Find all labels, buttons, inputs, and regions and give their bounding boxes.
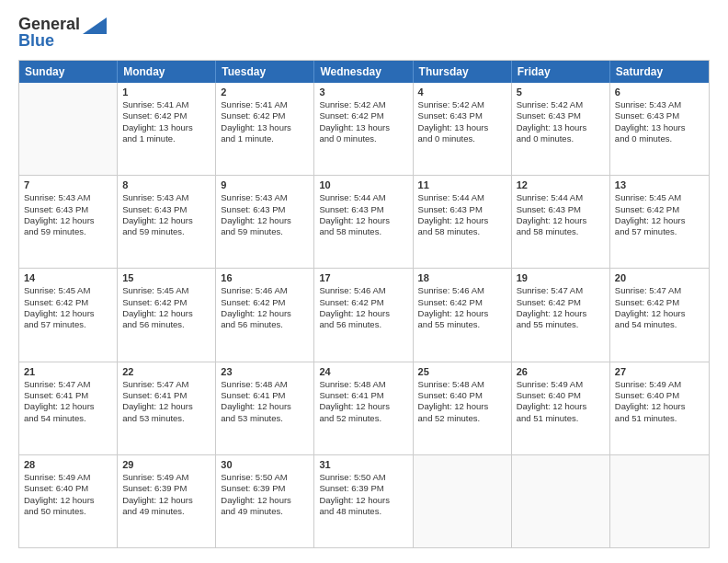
calendar-cell: 8Sunrise: 5:43 AMSunset: 6:43 PMDaylight…	[118, 176, 216, 268]
cell-info-line: and 53 minutes.	[122, 413, 210, 424]
calendar-cell: 10Sunrise: 5:44 AMSunset: 6:43 PMDayligh…	[314, 176, 413, 268]
cell-info-line: Sunset: 6:41 PM	[319, 390, 407, 401]
day-number: 9	[221, 179, 309, 190]
cell-info-line: and 1 minute.	[122, 133, 210, 144]
cell-info-line: Sunrise: 5:48 AM	[418, 379, 506, 390]
cell-info-line: Sunset: 6:43 PM	[418, 110, 506, 121]
cell-info-line: Sunrise: 5:41 AM	[122, 99, 210, 110]
day-number: 7	[24, 179, 112, 190]
calendar-row: 21Sunrise: 5:47 AMSunset: 6:41 PMDayligh…	[19, 362, 709, 455]
calendar-cell: 28Sunrise: 5:49 AMSunset: 6:40 PMDayligh…	[19, 455, 118, 547]
day-number: 17	[319, 272, 407, 283]
cell-info-line: Daylight: 12 hours	[122, 215, 210, 226]
cell-info-line: Sunrise: 5:41 AM	[221, 99, 309, 110]
cell-info-line: and 0 minutes.	[517, 133, 605, 144]
header: General Blue	[18, 15, 710, 51]
svg-marker-0	[83, 17, 107, 34]
cell-info-line: Sunrise: 5:48 AM	[319, 379, 407, 390]
cell-info-line: Daylight: 12 hours	[319, 308, 407, 319]
calendar-cell: 20Sunrise: 5:47 AMSunset: 6:42 PMDayligh…	[610, 269, 709, 361]
cell-info-line: Sunrise: 5:44 AM	[319, 192, 407, 203]
cell-info-line: Sunrise: 5:49 AM	[517, 379, 605, 390]
cell-info-line: Sunrise: 5:42 AM	[517, 99, 605, 110]
cell-info-line: and 51 minutes.	[615, 413, 704, 424]
cell-info-line: Sunset: 6:42 PM	[122, 110, 210, 121]
cell-info-line: Daylight: 12 hours	[517, 401, 605, 412]
cell-info-line: and 57 minutes.	[615, 226, 704, 237]
cell-info-line: Daylight: 12 hours	[319, 215, 407, 226]
day-number: 27	[615, 366, 704, 377]
cell-info-line: and 55 minutes.	[418, 319, 506, 330]
calendar-cell: 11Sunrise: 5:44 AMSunset: 6:43 PMDayligh…	[414, 176, 512, 268]
cell-info-line: Sunset: 6:39 PM	[221, 483, 309, 494]
cell-info-line: Daylight: 13 hours	[122, 122, 210, 133]
calendar-cell: 22Sunrise: 5:47 AMSunset: 6:41 PMDayligh…	[118, 362, 216, 454]
calendar-row: 28Sunrise: 5:49 AMSunset: 6:40 PMDayligh…	[19, 455, 709, 547]
cell-info-line: Daylight: 12 hours	[418, 308, 506, 319]
weekday-header: Wednesday	[314, 61, 413, 83]
cell-info-line: Sunrise: 5:45 AM	[122, 285, 210, 296]
cell-info-line: Sunset: 6:43 PM	[517, 204, 605, 215]
cell-info-line: and 57 minutes.	[24, 319, 112, 330]
cell-info-line: Sunrise: 5:45 AM	[615, 192, 704, 203]
calendar-row: 1Sunrise: 5:41 AMSunset: 6:42 PMDaylight…	[19, 83, 709, 176]
day-number: 28	[24, 459, 112, 470]
day-number: 3	[319, 86, 407, 98]
cell-info-line: Sunset: 6:42 PM	[418, 297, 506, 308]
logo-arrow-icon	[83, 17, 107, 34]
day-number: 13	[615, 179, 704, 190]
calendar-cell: 30Sunrise: 5:50 AMSunset: 6:39 PMDayligh…	[216, 455, 314, 547]
day-number: 1	[122, 86, 210, 98]
calendar-cell: 21Sunrise: 5:47 AMSunset: 6:41 PMDayligh…	[19, 362, 118, 454]
cell-info-line: Sunrise: 5:46 AM	[418, 285, 506, 296]
cell-info-line: and 59 minutes.	[122, 226, 210, 237]
cell-info-line: Daylight: 13 hours	[418, 122, 506, 133]
cell-info-line: Daylight: 12 hours	[418, 401, 506, 412]
cell-info-line: Daylight: 13 hours	[517, 122, 605, 133]
cell-info-line: Daylight: 12 hours	[615, 308, 704, 319]
calendar-cell: 5Sunrise: 5:42 AMSunset: 6:43 PMDaylight…	[512, 83, 610, 175]
cell-info-line: Sunrise: 5:45 AM	[24, 285, 112, 296]
cell-info-line: Sunset: 6:43 PM	[122, 204, 210, 215]
cell-info-line: Sunrise: 5:42 AM	[319, 99, 407, 110]
calendar-cell	[512, 455, 610, 547]
cell-info-line: Daylight: 12 hours	[517, 308, 605, 319]
cell-info-line: Sunrise: 5:46 AM	[221, 285, 309, 296]
cell-info-line: and 58 minutes.	[418, 226, 506, 237]
cell-info-line: Sunrise: 5:47 AM	[615, 285, 704, 296]
cell-info-line: Sunset: 6:42 PM	[24, 297, 112, 308]
cell-info-line: Sunset: 6:43 PM	[418, 204, 506, 215]
calendar-cell: 1Sunrise: 5:41 AMSunset: 6:42 PMDaylight…	[118, 83, 216, 175]
cell-info-line: Sunrise: 5:43 AM	[221, 192, 309, 203]
cell-info-line: and 54 minutes.	[24, 413, 112, 424]
cell-info-line: Sunset: 6:40 PM	[24, 483, 112, 494]
calendar-cell: 29Sunrise: 5:49 AMSunset: 6:39 PMDayligh…	[118, 455, 216, 547]
cell-info-line: Sunset: 6:42 PM	[615, 297, 704, 308]
cell-info-line: Daylight: 12 hours	[319, 495, 407, 506]
day-number: 24	[319, 366, 407, 377]
cell-info-line: and 0 minutes.	[319, 133, 407, 144]
cell-info-line: Sunrise: 5:49 AM	[122, 472, 210, 483]
calendar-cell: 2Sunrise: 5:41 AMSunset: 6:42 PMDaylight…	[216, 83, 314, 175]
cell-info-line: and 58 minutes.	[319, 226, 407, 237]
cell-info-line: and 59 minutes.	[221, 226, 309, 237]
cell-info-line: Sunrise: 5:43 AM	[615, 99, 704, 110]
cell-info-line: Sunrise: 5:49 AM	[24, 472, 112, 483]
calendar-cell: 7Sunrise: 5:43 AMSunset: 6:43 PMDaylight…	[19, 176, 118, 268]
calendar-cell: 31Sunrise: 5:50 AMSunset: 6:39 PMDayligh…	[314, 455, 413, 547]
cell-info-line: Sunset: 6:39 PM	[319, 483, 407, 494]
day-number: 25	[418, 366, 506, 377]
calendar-cell: 18Sunrise: 5:46 AMSunset: 6:42 PMDayligh…	[414, 269, 512, 361]
cell-info-line: and 59 minutes.	[24, 226, 112, 237]
cell-info-line: Sunrise: 5:46 AM	[319, 285, 407, 296]
calendar-cell: 26Sunrise: 5:49 AMSunset: 6:40 PMDayligh…	[512, 362, 610, 454]
cell-info-line: Sunset: 6:41 PM	[24, 390, 112, 401]
weekday-header: Monday	[118, 61, 216, 83]
calendar-cell: 19Sunrise: 5:47 AMSunset: 6:42 PMDayligh…	[512, 269, 610, 361]
cell-info-line: and 58 minutes.	[517, 226, 605, 237]
day-number: 11	[418, 179, 506, 190]
day-number: 5	[517, 86, 605, 98]
day-number: 26	[517, 366, 605, 377]
cell-info-line: Daylight: 12 hours	[122, 401, 210, 412]
calendar-cell: 9Sunrise: 5:43 AMSunset: 6:43 PMDaylight…	[216, 176, 314, 268]
